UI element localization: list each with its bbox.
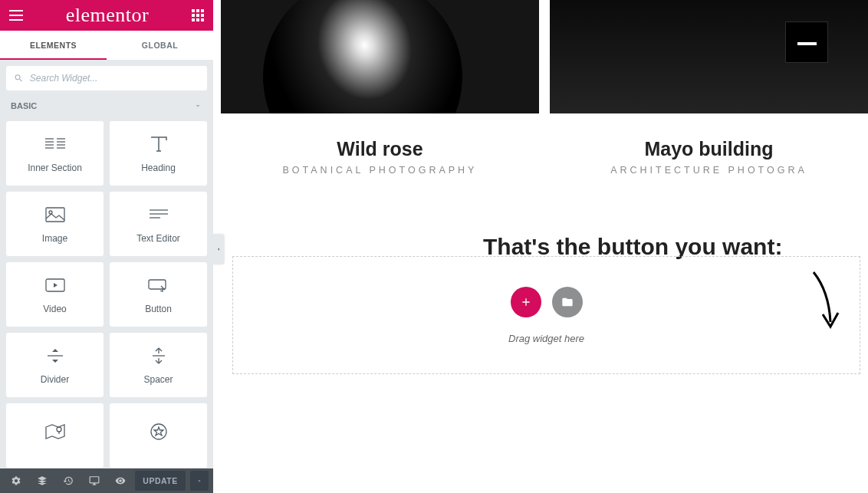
svg-point-17	[57, 427, 61, 432]
layers-icon	[37, 475, 48, 486]
responsive-button[interactable]	[83, 469, 106, 492]
category-basic[interactable]: BASIC	[0, 97, 213, 115]
search-box[interactable]	[6, 66, 207, 90]
widget-icon[interactable]	[110, 403, 207, 468]
sidebar-tabs: ELEMENTS GLOBAL	[0, 31, 213, 60]
portfolio-item[interactable]: Wild rose BOTANICAL PHOTOGRAPHY	[221, 0, 539, 176]
widget-label: Button	[145, 304, 172, 314]
section-buttons	[511, 287, 583, 317]
desktop-icon	[89, 475, 100, 486]
history-icon	[63, 475, 74, 486]
widget-label: Heading	[141, 163, 176, 173]
portfolio-image	[550, 0, 868, 113]
settings-button[interactable]	[5, 469, 28, 492]
caret-up-icon	[196, 478, 202, 484]
star-circle-icon	[150, 421, 168, 442]
portfolio-title: Wild rose	[221, 138, 539, 160]
widget-label: Video	[43, 304, 66, 314]
empty-section-dropzone[interactable]: Drag widget here	[232, 256, 860, 374]
widget-spacer[interactable]: Spacer	[110, 333, 207, 397]
update-button[interactable]: UPDATE	[135, 471, 186, 491]
widget-button[interactable]: Button	[110, 262, 207, 327]
elementor-sidebar: elementor ELEMENTS GLOBAL BASIC Inner Se…	[0, 0, 213, 493]
image-icon	[45, 204, 65, 225]
portfolio-image	[221, 0, 539, 113]
widget-divider[interactable]: Divider	[6, 333, 104, 397]
sidebar-footer: UPDATE	[0, 468, 213, 493]
tab-global[interactable]: GLOBAL	[107, 31, 213, 60]
portfolio-row: Wild rose BOTANICAL PHOTOGRAPHY Mayo bui…	[213, 0, 868, 176]
category-label: BASIC	[11, 101, 37, 110]
map-icon	[45, 421, 65, 442]
text-editor-icon	[148, 204, 169, 225]
widgets-grid: Inner Section Heading Image Text Editor …	[0, 115, 213, 468]
portfolio-title: Mayo building	[550, 138, 868, 160]
portfolio-item[interactable]: Mayo building ARCHITECTURE PHOTOGRA	[550, 0, 868, 176]
chevron-down-icon	[193, 101, 202, 110]
gear-icon	[11, 475, 21, 486]
widget-video[interactable]: Video	[6, 262, 104, 327]
columns-icon	[44, 133, 67, 155]
editor-canvas: Wild rose BOTANICAL PHOTOGRAPHY Mayo bui…	[213, 0, 868, 493]
heading-icon	[147, 133, 170, 155]
widget-label: Divider	[41, 374, 69, 385]
widget-image[interactable]: Image	[6, 192, 104, 256]
folder-icon	[561, 296, 574, 308]
divider-icon	[47, 345, 64, 366]
widget-text-editor[interactable]: Text Editor	[110, 192, 207, 256]
widget-label: Inner Section	[28, 163, 82, 173]
widget-label: Text Editor	[136, 233, 180, 244]
add-section-button[interactable]	[511, 287, 541, 317]
widget-inner-section[interactable]: Inner Section	[6, 121, 104, 186]
widget-label: Image	[42, 233, 67, 244]
preview-button[interactable]	[109, 469, 132, 492]
spacer-icon	[152, 345, 166, 366]
search-wrap	[0, 60, 213, 97]
plus-icon	[520, 296, 532, 308]
svg-point-9	[49, 211, 52, 214]
widget-heading[interactable]: Heading	[110, 121, 207, 186]
button-icon	[148, 274, 169, 296]
update-options-button[interactable]	[190, 471, 209, 491]
search-input[interactable]	[30, 73, 199, 84]
portfolio-subtitle: ARCHITECTURE PHOTOGRA	[550, 165, 868, 176]
elementor-logo: elementor	[66, 4, 149, 27]
video-icon	[45, 274, 65, 296]
apps-icon[interactable]	[192, 9, 204, 21]
svg-rect-8	[46, 208, 64, 222]
eye-icon	[115, 475, 126, 486]
drag-hint-text: Drag widget here	[508, 333, 584, 344]
portfolio-subtitle: BOTANICAL PHOTOGRAPHY	[221, 165, 539, 176]
sidebar-header: elementor	[0, 0, 213, 31]
widget-label: Spacer	[143, 374, 173, 385]
tab-elements[interactable]: ELEMENTS	[0, 31, 107, 60]
add-template-button[interactable]	[552, 287, 583, 317]
search-icon	[14, 73, 24, 84]
menu-icon[interactable]	[9, 10, 23, 21]
navigator-button[interactable]	[31, 469, 54, 492]
widget-google-maps[interactable]	[6, 403, 104, 468]
history-button[interactable]	[57, 469, 80, 492]
